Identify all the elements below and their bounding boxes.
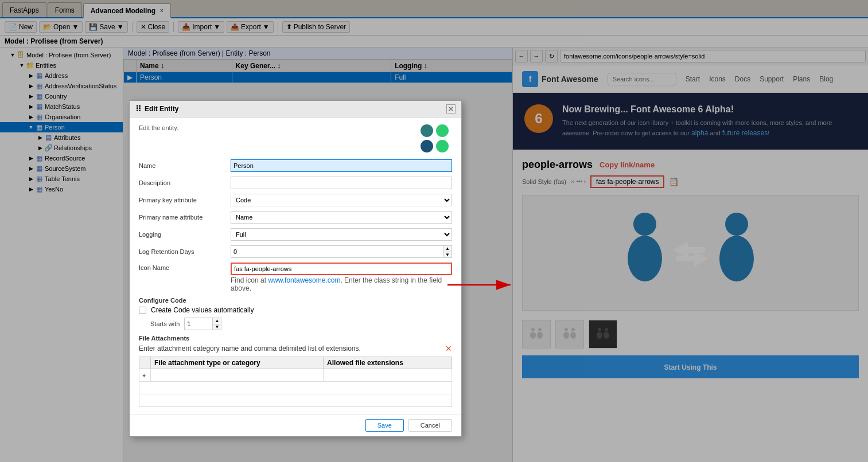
configure-code-row: Create Code values automatically (139, 306, 452, 314)
starts-with-row: Starts with ▲ ▼ (150, 318, 452, 330)
primary-key-select[interactable]: Code (231, 194, 452, 206)
auto-code-label: Create Code values automatically (151, 306, 254, 314)
icon-name-input[interactable] (231, 263, 452, 275)
starts-with-spinner-buttons: ▲ ▼ (213, 318, 221, 330)
modal-title: ⠿ Edit Entity (135, 104, 178, 113)
modal-cancel-button[interactable]: Cancel (408, 419, 452, 432)
icon-hint: Find icon at www.fontawesome.com. Enter … (231, 276, 452, 292)
file-table-col-category: File attachment type or category (151, 357, 324, 369)
logging-row: Logging Full Partial None (139, 228, 452, 241)
name-label: Name (139, 162, 231, 169)
file-attach-empty-row-1 (139, 382, 452, 394)
description-label: Description (139, 179, 231, 186)
starts-down-button[interactable]: ▼ (213, 324, 221, 330)
modal-close-button[interactable]: ✕ (446, 104, 456, 113)
log-retention-row: Log Retention Days ▲ ▼ (139, 245, 452, 258)
log-retention-input[interactable] (231, 245, 443, 258)
primary-key-row: Primary key attribute Code (139, 194, 452, 206)
modal-body: Edit the entity. Name Description (130, 118, 461, 414)
icon-name-wrap: Find icon at www.fontawesome.com. Enter … (231, 263, 452, 292)
name-row: Name (139, 159, 452, 172)
add-row-button[interactable]: ✦ (142, 373, 146, 379)
file-add-cell: ✦ (139, 369, 151, 382)
dot-1 (421, 124, 433, 137)
starts-with-label: Starts with (150, 320, 180, 327)
file-attachments-section: File Attachments Enter attachment catego… (139, 335, 452, 407)
primary-name-label: Primary name attribute (139, 214, 231, 221)
dot-3 (421, 140, 433, 152)
file-category-cell[interactable] (151, 369, 324, 382)
logging-select[interactable]: Full Partial None (231, 228, 452, 241)
modal-title-text: Edit Entity (145, 105, 178, 113)
file-table-col-extensions: Allowed file extensions (324, 357, 452, 369)
file-extensions-input[interactable] (326, 372, 449, 379)
spinner-up-button[interactable]: ▲ (443, 246, 451, 252)
auto-code-checkbox[interactable] (139, 307, 146, 314)
fontawesome-link[interactable]: www.fontawesome.com (268, 276, 340, 284)
configure-code-section: Configure Code Create Code values automa… (139, 297, 452, 330)
file-table-col-add (139, 357, 151, 369)
primary-key-label: Primary key attribute (139, 197, 231, 203)
modal-grid-icon: ⠿ (135, 104, 141, 113)
starts-with-spinner-wrap: ▲ ▼ (184, 318, 221, 330)
primary-name-row: Primary name attribute Name (139, 211, 452, 224)
spinner-down-button[interactable]: ▼ (443, 252, 451, 258)
file-attach-title: File Attachments (139, 335, 452, 342)
description-row: Description (139, 177, 452, 189)
configure-code-title: Configure Code (139, 297, 452, 304)
starts-up-button[interactable]: ▲ (213, 318, 221, 324)
spinner-buttons: ▲ ▼ (443, 245, 452, 258)
file-attach-row: ✦ (139, 369, 452, 382)
file-attach-desc-text: Enter attachment category name and comma… (139, 344, 361, 353)
starts-with-input[interactable] (184, 318, 213, 330)
logging-label: Logging (139, 231, 231, 238)
name-input[interactable] (231, 159, 452, 172)
icon-name-row: Icon Name Find icon at www.fontawesome.c… (139, 263, 452, 292)
log-retention-spinner-wrap: ▲ ▼ (231, 245, 452, 258)
modal-footer: Save Cancel (130, 414, 461, 436)
log-retention-label: Log Retention Days (139, 248, 231, 255)
dot-2 (436, 124, 449, 137)
icon-hint-text: Find icon at (231, 276, 268, 284)
edit-entity-modal: ⠿ Edit Entity ✕ Edit the entity. Name (129, 100, 462, 437)
modal-overlay: ⠿ Edit Entity ✕ Edit the entity. Name (0, 0, 868, 462)
file-attach-empty-row-2 (139, 394, 452, 407)
modal-dots (421, 124, 452, 152)
file-extensions-cell[interactable] (324, 369, 452, 382)
file-attach-table: File attachment type or category Allowed… (139, 357, 452, 407)
icon-name-label: Icon Name (139, 263, 231, 271)
modal-header: ⠿ Edit Entity ✕ (130, 101, 461, 118)
file-attach-desc: Enter attachment category name and comma… (139, 344, 452, 353)
modal-save-button[interactable]: Save (365, 419, 404, 432)
file-category-input[interactable] (153, 372, 321, 379)
dot-4 (436, 140, 449, 152)
modal-subtitle: Edit the entity. (139, 124, 178, 131)
primary-name-select[interactable]: Name (231, 211, 452, 224)
description-input[interactable] (231, 177, 452, 189)
file-attach-delete-button[interactable]: ✕ (445, 344, 452, 353)
